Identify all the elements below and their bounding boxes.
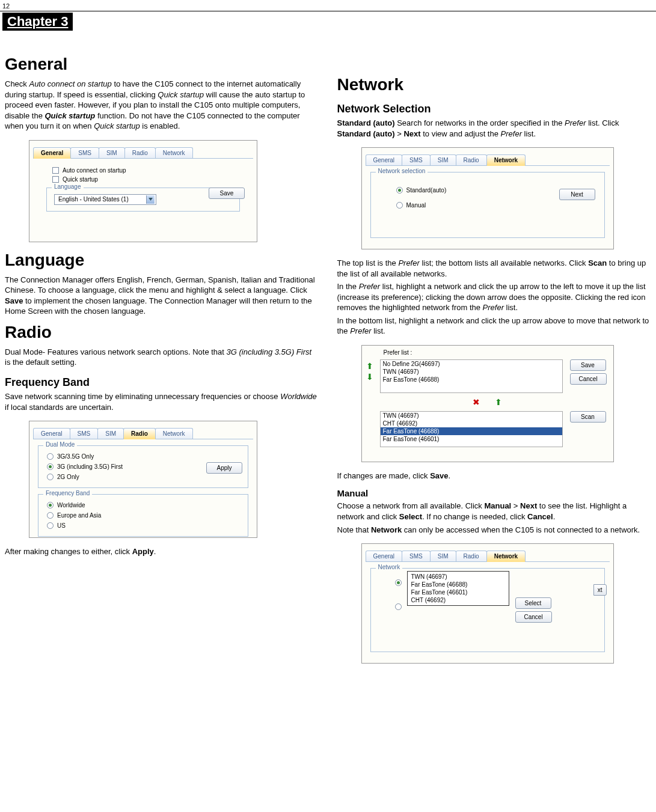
scan-button[interactable]: Scan [570, 411, 606, 423]
divider [0, 11, 656, 11]
list-item[interactable]: CHT (46692) [381, 420, 562, 427]
radio-3g-first[interactable] [47, 463, 54, 470]
arrow-up-icon[interactable]: ⬆ [493, 397, 504, 408]
frequency-band-heading: Frequency Band [5, 376, 319, 389]
radio-3g-only-label: 3G/3.5G Only [57, 453, 94, 460]
content-columns: General Check Auto connect on startup to… [0, 31, 656, 684]
tab-sim[interactable]: SIM [99, 147, 125, 158]
svg-marker-0 [149, 198, 153, 201]
prefer-list-box[interactable]: No Define 2G(46697) TWN (46697) Far EasT… [380, 359, 563, 393]
remove-icon[interactable]: ✖ [471, 397, 482, 408]
network-selection-heading: Network Selection [337, 103, 652, 115]
tab-general[interactable]: General [33, 428, 70, 439]
radio-manual[interactable] [396, 202, 403, 209]
radio-worldwide[interactable] [47, 502, 54, 508]
page-number: 12 [0, 0, 656, 10]
left-column: General Check Auto connect on startup to… [5, 49, 319, 672]
tab-radio[interactable]: Radio [456, 154, 487, 165]
prefer-label: Prefer list : [362, 346, 613, 357]
save-button[interactable]: Save [209, 188, 245, 199]
radio-3g-first-label: 3G (including 3.5G) First [57, 463, 123, 470]
save-changes-text: If changes are made, click Save. [337, 471, 652, 481]
tab-sms[interactable]: SMS [402, 154, 431, 165]
radio-obscured-2[interactable] [395, 603, 402, 610]
right-column: Network Network Selection Standard (auto… [337, 49, 652, 672]
list-item[interactable]: TWN (46697) [409, 573, 507, 581]
manual-screenshot: General SMS SIM Radio Network Network xt… [361, 543, 614, 664]
general-heading: General [5, 55, 319, 74]
language-dropdown[interactable]: English - United States (1) [54, 194, 156, 205]
list-item[interactable]: Far EasTone (46688) [381, 376, 562, 383]
radio-worldwide-label: Worldwide [57, 502, 85, 508]
bottom-list-text: In the bottom list, highlight a network … [337, 316, 652, 337]
list-item[interactable]: TWN (46697) [381, 368, 562, 376]
radio-us[interactable] [47, 522, 54, 529]
select-button[interactable]: Select [515, 597, 551, 609]
tab-general[interactable]: General [366, 551, 403, 561]
list-item[interactable]: Far EasTone (46688) [381, 427, 562, 435]
auto-connect-checkbox[interactable] [52, 167, 59, 174]
tab-radio[interactable]: Radio [456, 551, 487, 561]
list-item[interactable]: TWN (46697) [381, 412, 562, 420]
tab-radio[interactable]: Radio [124, 147, 156, 158]
tab-network[interactable]: Network [486, 154, 526, 166]
radio-standard-auto-label: Standard(auto) [406, 187, 447, 194]
cancel-button[interactable]: Cancel [515, 611, 552, 623]
list-item[interactable]: No Define 2G(46697) [381, 360, 562, 368]
top-list-text: The top list is the Prefer list; the bot… [337, 258, 652, 279]
network-popup-list[interactable]: TWN (46697) Far EasTone (46688) Far EasT… [407, 571, 509, 606]
save-button[interactable]: Save [570, 359, 606, 371]
network-note-text: Note that Network can only be accessed w… [337, 525, 652, 536]
tab-network[interactable]: Network [155, 428, 193, 439]
manual-heading: Manual [337, 488, 652, 498]
list-item[interactable]: CHT (46692) [409, 596, 507, 604]
list-item[interactable]: Far EasTone (46601) [381, 435, 562, 443]
tab-network[interactable]: Network [486, 551, 526, 562]
tab-bar: General SMS SIM Radio Network [366, 151, 610, 166]
radio-us-label: US [57, 522, 66, 529]
tab-sms[interactable]: SMS [402, 551, 431, 561]
language-legend: Language [52, 183, 84, 190]
tab-sim[interactable]: SIM [97, 428, 124, 439]
radio-manual-label: Manual [406, 202, 426, 209]
tab-bar: General SMS SIM Radio Network [33, 144, 253, 159]
quick-startup-checkbox-row: Quick startup [52, 176, 248, 183]
network-heading: Network [337, 75, 652, 94]
language-heading: Language [5, 251, 319, 270]
quick-startup-label: Quick startup [63, 176, 98, 183]
network-selection-screenshot: General SMS SIM Radio Network Network se… [361, 147, 614, 249]
auto-connect-label: Auto connect on startup [63, 167, 126, 174]
tab-sim[interactable]: SIM [430, 154, 456, 165]
tab-network[interactable]: Network [155, 147, 193, 158]
auto-connect-checkbox-row: Auto connect on startup [52, 167, 248, 174]
cancel-button[interactable]: Cancel [570, 373, 607, 385]
network-fieldset: Network xt TWN (46697) Far EasTone (4668… [370, 568, 605, 652]
next-button[interactable]: Next [559, 189, 595, 200]
tab-sim[interactable]: SIM [430, 551, 456, 561]
tab-general[interactable]: General [33, 147, 71, 159]
radio-2g-only[interactable] [47, 474, 54, 480]
radio-obscured-1[interactable] [395, 579, 402, 586]
tab-sms[interactable]: SMS [70, 147, 99, 158]
radio-screenshot: General SMS SIM Radio Network Dual Mode … [29, 421, 257, 538]
next-button-partial[interactable]: xt [593, 584, 607, 596]
arrow-up-icon[interactable]: ⬆ [364, 361, 375, 371]
apply-button[interactable]: Apply [206, 462, 242, 474]
general-text: Check Auto connect on startup to have th… [5, 79, 319, 132]
quick-startup-checkbox[interactable] [52, 176, 59, 183]
tab-sms[interactable]: SMS [70, 428, 99, 439]
radio-europe-asia[interactable] [47, 512, 54, 519]
available-list-box[interactable]: TWN (46697) CHT (46692) Far EasTone (466… [380, 411, 563, 447]
general-screenshot: General SMS SIM Radio Network Auto conne… [29, 140, 257, 242]
tab-general[interactable]: General [366, 154, 403, 165]
radio-standard-auto[interactable] [396, 187, 403, 194]
prefer-list-text: In the Prefer list, highlight a network … [337, 281, 652, 313]
frequency-band-text: Save network scanning time by eliminatin… [5, 391, 319, 412]
list-item[interactable]: Far EasTone (46688) [409, 581, 507, 588]
list-item[interactable]: Far EasTone (46601) [409, 588, 507, 596]
radio-3g-only[interactable] [47, 453, 54, 460]
arrow-down-icon[interactable]: ⬇ [364, 371, 375, 382]
chapter-heading: Chapter 3 [2, 13, 73, 31]
prefer-list-screenshot: Prefer list : ⬆ ⬇ No Define 2G(46697) TW… [361, 345, 614, 462]
tab-radio[interactable]: Radio [123, 428, 156, 439]
